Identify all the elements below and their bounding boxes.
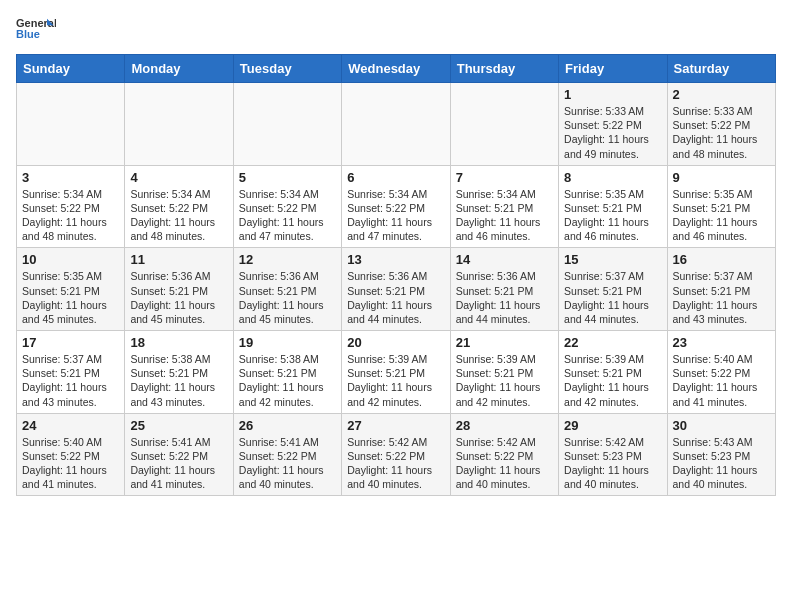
day-info: Sunrise: 5:36 AM Sunset: 5:21 PM Dayligh… [130,269,227,326]
week-row-1: 1Sunrise: 5:33 AM Sunset: 5:22 PM Daylig… [17,83,776,166]
day-info: Sunrise: 5:42 AM Sunset: 5:22 PM Dayligh… [456,435,553,492]
day-cell: 14Sunrise: 5:36 AM Sunset: 5:21 PM Dayli… [450,248,558,331]
day-number: 28 [456,418,553,433]
day-info: Sunrise: 5:37 AM Sunset: 5:21 PM Dayligh… [673,269,770,326]
day-number: 21 [456,335,553,350]
day-number: 16 [673,252,770,267]
day-info: Sunrise: 5:41 AM Sunset: 5:22 PM Dayligh… [130,435,227,492]
day-number: 7 [456,170,553,185]
day-number: 8 [564,170,661,185]
day-number: 25 [130,418,227,433]
day-cell: 12Sunrise: 5:36 AM Sunset: 5:21 PM Dayli… [233,248,341,331]
day-cell: 23Sunrise: 5:40 AM Sunset: 5:22 PM Dayli… [667,331,775,414]
day-cell: 13Sunrise: 5:36 AM Sunset: 5:21 PM Dayli… [342,248,450,331]
day-info: Sunrise: 5:33 AM Sunset: 5:22 PM Dayligh… [673,104,770,161]
day-cell: 18Sunrise: 5:38 AM Sunset: 5:21 PM Dayli… [125,331,233,414]
day-cell: 19Sunrise: 5:38 AM Sunset: 5:21 PM Dayli… [233,331,341,414]
day-info: Sunrise: 5:35 AM Sunset: 5:21 PM Dayligh… [673,187,770,244]
day-cell: 10Sunrise: 5:35 AM Sunset: 5:21 PM Dayli… [17,248,125,331]
day-number: 2 [673,87,770,102]
day-info: Sunrise: 5:34 AM Sunset: 5:22 PM Dayligh… [130,187,227,244]
day-cell: 27Sunrise: 5:42 AM Sunset: 5:22 PM Dayli… [342,413,450,496]
day-number: 15 [564,252,661,267]
day-info: Sunrise: 5:39 AM Sunset: 5:21 PM Dayligh… [456,352,553,409]
day-cell: 20Sunrise: 5:39 AM Sunset: 5:21 PM Dayli… [342,331,450,414]
day-info: Sunrise: 5:35 AM Sunset: 5:21 PM Dayligh… [564,187,661,244]
calendar-table: SundayMondayTuesdayWednesdayThursdayFrid… [16,54,776,496]
week-row-3: 10Sunrise: 5:35 AM Sunset: 5:21 PM Dayli… [17,248,776,331]
day-cell [17,83,125,166]
weekday-header-wednesday: Wednesday [342,55,450,83]
day-cell: 4Sunrise: 5:34 AM Sunset: 5:22 PM Daylig… [125,165,233,248]
day-info: Sunrise: 5:34 AM Sunset: 5:21 PM Dayligh… [456,187,553,244]
day-info: Sunrise: 5:34 AM Sunset: 5:22 PM Dayligh… [239,187,336,244]
day-cell: 6Sunrise: 5:34 AM Sunset: 5:22 PM Daylig… [342,165,450,248]
day-cell: 21Sunrise: 5:39 AM Sunset: 5:21 PM Dayli… [450,331,558,414]
week-row-2: 3Sunrise: 5:34 AM Sunset: 5:22 PM Daylig… [17,165,776,248]
day-cell: 1Sunrise: 5:33 AM Sunset: 5:22 PM Daylig… [559,83,667,166]
day-cell: 3Sunrise: 5:34 AM Sunset: 5:22 PM Daylig… [17,165,125,248]
day-info: Sunrise: 5:40 AM Sunset: 5:22 PM Dayligh… [673,352,770,409]
day-number: 24 [22,418,119,433]
day-cell: 17Sunrise: 5:37 AM Sunset: 5:21 PM Dayli… [17,331,125,414]
day-info: Sunrise: 5:42 AM Sunset: 5:23 PM Dayligh… [564,435,661,492]
svg-text:Blue: Blue [16,28,40,40]
day-number: 27 [347,418,444,433]
day-number: 22 [564,335,661,350]
day-cell [450,83,558,166]
day-number: 19 [239,335,336,350]
day-cell: 29Sunrise: 5:42 AM Sunset: 5:23 PM Dayli… [559,413,667,496]
day-number: 26 [239,418,336,433]
day-info: Sunrise: 5:40 AM Sunset: 5:22 PM Dayligh… [22,435,119,492]
day-info: Sunrise: 5:36 AM Sunset: 5:21 PM Dayligh… [456,269,553,326]
day-number: 14 [456,252,553,267]
page-header: General Blue [16,16,776,46]
day-info: Sunrise: 5:35 AM Sunset: 5:21 PM Dayligh… [22,269,119,326]
day-number: 18 [130,335,227,350]
day-number: 12 [239,252,336,267]
weekday-header-thursday: Thursday [450,55,558,83]
day-number: 9 [673,170,770,185]
day-cell: 8Sunrise: 5:35 AM Sunset: 5:21 PM Daylig… [559,165,667,248]
day-cell: 2Sunrise: 5:33 AM Sunset: 5:22 PM Daylig… [667,83,775,166]
weekday-header-saturday: Saturday [667,55,775,83]
day-info: Sunrise: 5:36 AM Sunset: 5:21 PM Dayligh… [239,269,336,326]
week-row-5: 24Sunrise: 5:40 AM Sunset: 5:22 PM Dayli… [17,413,776,496]
day-info: Sunrise: 5:41 AM Sunset: 5:22 PM Dayligh… [239,435,336,492]
day-cell: 9Sunrise: 5:35 AM Sunset: 5:21 PM Daylig… [667,165,775,248]
day-info: Sunrise: 5:43 AM Sunset: 5:23 PM Dayligh… [673,435,770,492]
day-number: 3 [22,170,119,185]
day-info: Sunrise: 5:37 AM Sunset: 5:21 PM Dayligh… [22,352,119,409]
day-cell: 26Sunrise: 5:41 AM Sunset: 5:22 PM Dayli… [233,413,341,496]
day-cell: 11Sunrise: 5:36 AM Sunset: 5:21 PM Dayli… [125,248,233,331]
day-info: Sunrise: 5:34 AM Sunset: 5:22 PM Dayligh… [347,187,444,244]
day-cell: 22Sunrise: 5:39 AM Sunset: 5:21 PM Dayli… [559,331,667,414]
day-number: 11 [130,252,227,267]
day-info: Sunrise: 5:38 AM Sunset: 5:21 PM Dayligh… [239,352,336,409]
day-cell: 5Sunrise: 5:34 AM Sunset: 5:22 PM Daylig… [233,165,341,248]
day-info: Sunrise: 5:42 AM Sunset: 5:22 PM Dayligh… [347,435,444,492]
day-info: Sunrise: 5:39 AM Sunset: 5:21 PM Dayligh… [347,352,444,409]
day-info: Sunrise: 5:37 AM Sunset: 5:21 PM Dayligh… [564,269,661,326]
day-cell: 25Sunrise: 5:41 AM Sunset: 5:22 PM Dayli… [125,413,233,496]
day-number: 23 [673,335,770,350]
day-info: Sunrise: 5:34 AM Sunset: 5:22 PM Dayligh… [22,187,119,244]
day-number: 1 [564,87,661,102]
day-number: 30 [673,418,770,433]
weekday-header-tuesday: Tuesday [233,55,341,83]
weekday-header-sunday: Sunday [17,55,125,83]
logo-image: General Blue [16,16,56,44]
day-number: 4 [130,170,227,185]
day-cell: 7Sunrise: 5:34 AM Sunset: 5:21 PM Daylig… [450,165,558,248]
weekday-header-friday: Friday [559,55,667,83]
day-cell: 15Sunrise: 5:37 AM Sunset: 5:21 PM Dayli… [559,248,667,331]
day-cell: 24Sunrise: 5:40 AM Sunset: 5:22 PM Dayli… [17,413,125,496]
day-cell: 16Sunrise: 5:37 AM Sunset: 5:21 PM Dayli… [667,248,775,331]
day-info: Sunrise: 5:39 AM Sunset: 5:21 PM Dayligh… [564,352,661,409]
week-row-4: 17Sunrise: 5:37 AM Sunset: 5:21 PM Dayli… [17,331,776,414]
day-cell [125,83,233,166]
day-number: 13 [347,252,444,267]
weekday-header-row: SundayMondayTuesdayWednesdayThursdayFrid… [17,55,776,83]
day-number: 6 [347,170,444,185]
day-number: 5 [239,170,336,185]
